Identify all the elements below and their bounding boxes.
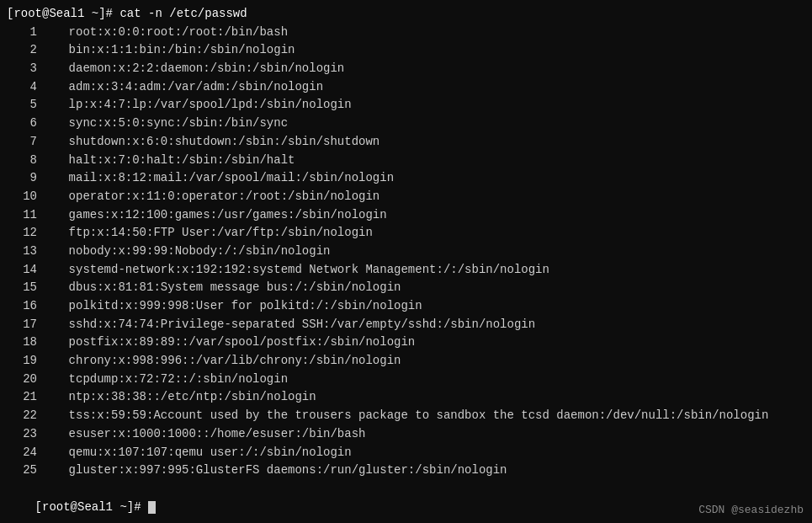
line-number-17: 17 bbox=[7, 316, 37, 334]
line-17: 17 sshd:x:74:74:Privilege-separated SSH:… bbox=[7, 316, 805, 334]
line-6: 6 sync:x:5:0:sync:/sbin:/bin/sync bbox=[7, 115, 805, 133]
watermark: CSDN @seasidezhb bbox=[698, 504, 804, 516]
line-10: 10 operator:x:11:0:operator:/root:/sbin/… bbox=[7, 188, 805, 206]
line-12: 12 ftp:x:14:50:FTP User:/var/ftp:/sbin/n… bbox=[7, 224, 805, 243]
line-20: 20 tcpdump:x:72:72::/:sbin/nologin bbox=[7, 371, 805, 389]
prompt-text: [root@Seal1 ~]# bbox=[35, 500, 148, 514]
line-16: 16 polkitd:x:999:998:User for polkitd:/:… bbox=[7, 297, 805, 316]
line-number-3: 3 bbox=[7, 60, 37, 78]
line-21: 21 ntp:x:38:38::/etc/ntp:/sbin/nologin bbox=[7, 388, 805, 407]
line-24: 24 qemu:x:107:107:qemu user:/:/sbin/nolo… bbox=[7, 444, 805, 462]
line-number-18: 18 bbox=[7, 334, 37, 352]
line-3: 3 daemon:x:2:2:daemon:/sbin:/sbin/nologi… bbox=[7, 60, 805, 78]
line-23: 23 esuser:x:1000:1000::/home/esuser:/bin… bbox=[7, 425, 805, 444]
line-5: 5 lp:x:4:7:lp:/var/spool/lpd:/sbin/nolog… bbox=[7, 96, 805, 115]
terminal: [root@Seal1 ~]# cat -n /etc/passwd 1 roo… bbox=[0, 0, 812, 523]
line-number-24: 24 bbox=[7, 444, 37, 462]
line-number-25: 25 bbox=[7, 462, 37, 480]
line-7: 7 shutdown:x:6:0:shutdown:/sbin:/sbin/sh… bbox=[7, 133, 805, 152]
line-15: 15 dbus:x:81:81:System message bus:/:/sb… bbox=[7, 279, 805, 297]
final-prompt[interactable]: [root@Seal1 ~]# bbox=[7, 480, 805, 523]
line-number-1: 1 bbox=[7, 24, 37, 42]
line-number-19: 19 bbox=[7, 352, 37, 371]
line-number-2: 2 bbox=[7, 41, 37, 60]
line-number-12: 12 bbox=[7, 224, 37, 243]
line-1: 1 root:x:0:0:root:/root:/bin/bash bbox=[7, 24, 805, 42]
file-contents: 1 root:x:0:0:root:/root:/bin/bash 2 bin:… bbox=[7, 24, 805, 480]
cursor bbox=[148, 501, 156, 514]
line-number-22: 22 bbox=[7, 407, 37, 425]
line-14: 14 systemd-network:x:192:192:systemd Net… bbox=[7, 261, 805, 280]
line-number-10: 10 bbox=[7, 188, 37, 206]
line-18: 18 postfix:x:89:89::/var/spool/postfix:/… bbox=[7, 334, 805, 352]
line-number-15: 15 bbox=[7, 279, 37, 297]
line-2: 2 bin:x:1:1:bin:/bin:/sbin/nologin bbox=[7, 41, 805, 60]
line-25: 25 gluster:x:997:995:GlusterFS daemons:/… bbox=[7, 462, 805, 480]
line-8: 8 halt:x:7:0:halt:/sbin:/sbin/halt bbox=[7, 152, 805, 170]
line-number-7: 7 bbox=[7, 133, 37, 152]
line-number-20: 20 bbox=[7, 371, 37, 389]
line-number-9: 9 bbox=[7, 169, 37, 188]
line-9: 9 mail:x:8:12:mail:/var/spool/mail:/sbin… bbox=[7, 169, 805, 188]
line-number-8: 8 bbox=[7, 152, 37, 170]
line-number-5: 5 bbox=[7, 96, 37, 115]
line-19: 19 chrony:x:998:996::/var/lib/chrony:/sb… bbox=[7, 352, 805, 371]
line-11: 11 games:x:12:100:games:/usr/games:/sbin… bbox=[7, 206, 805, 225]
line-4: 4 adm:x:3:4:adm:/var/adm:/sbin/nologin bbox=[7, 78, 805, 97]
line-number-23: 23 bbox=[7, 425, 37, 444]
line-13: 13 nobody:x:99:99:Nobody:/:/sbin/nologin bbox=[7, 243, 805, 261]
line-number-13: 13 bbox=[7, 243, 37, 261]
line-number-21: 21 bbox=[7, 388, 37, 407]
line-number-11: 11 bbox=[7, 206, 37, 225]
line-22: 22 tss:x:59:59:Account used by the trous… bbox=[7, 407, 805, 425]
line-number-6: 6 bbox=[7, 115, 37, 133]
line-number-14: 14 bbox=[7, 261, 37, 280]
command-prompt: [root@Seal1 ~]# cat -n /etc/passwd bbox=[7, 5, 805, 24]
line-number-4: 4 bbox=[7, 78, 37, 97]
line-number-16: 16 bbox=[7, 297, 37, 316]
